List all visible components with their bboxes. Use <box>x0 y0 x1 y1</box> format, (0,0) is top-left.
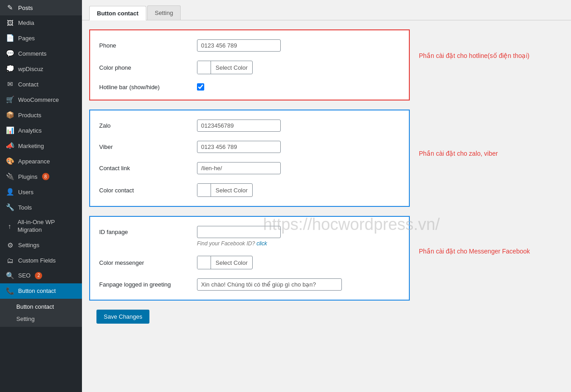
sidebar-item-label: Settings <box>18 242 39 249</box>
comments-icon: 💬 <box>5 49 14 57</box>
contact-link-input[interactable] <box>197 162 281 174</box>
media-icon: 🖼 <box>5 19 14 27</box>
sidebar-item-marketing[interactable]: 📣 Marketing <box>0 138 82 153</box>
sidebar-item-label: Button contact <box>18 287 56 294</box>
hotline-bar-checkbox[interactable] <box>197 83 204 91</box>
hotline-bar-row: Hotline bar (show/hide) <box>99 83 400 91</box>
annotation-messenger: Phần cài đặt cho Messenger Facebook <box>419 248 564 255</box>
sidebar-item-tools[interactable]: 🔧 Tools <box>0 200 82 215</box>
sidebar: ✎ Posts 🖼 Media 📄 Pages 💬 Comments 💭 wpD… <box>0 0 82 392</box>
save-changes-button[interactable]: Save Changes <box>96 310 149 324</box>
sidebar-item-label: Users <box>18 189 34 196</box>
content-area: Phone Color phone Select Color Hotline b… <box>82 20 571 342</box>
annotation-zalo: Phần cài đặt cho zalo, viber <box>419 150 564 157</box>
color-phone-label: Color phone <box>99 64 190 71</box>
sidebar-item-pages[interactable]: 📄 Pages <box>0 30 82 46</box>
sidebar-item-posts[interactable]: ✎ Posts <box>0 0 82 15</box>
id-fanpage-hint-text: Find your Facebook ID? click <box>197 240 267 247</box>
sidebar-item-label: All-in-One WP Migration <box>18 219 77 234</box>
sidebar-item-label: Contact <box>18 81 38 88</box>
sidebar-item-label: Comments <box>18 50 47 57</box>
contact-icon: ✉ <box>5 80 14 88</box>
id-fanpage-group: Find your Facebook ID? click <box>197 226 281 247</box>
zalo-label: Zalo <box>99 122 190 129</box>
annotations-column: Phần cài đặt cho hotline(số điện thoại) … <box>419 29 564 255</box>
sidebar-item-label: SEO <box>18 272 30 279</box>
sidebar-item-label: Pages <box>18 35 35 42</box>
tab-setting[interactable]: Setting <box>147 5 181 20</box>
analytics-icon: 📊 <box>5 126 14 134</box>
custom-fields-icon: 🗂 <box>5 257 14 264</box>
fanpage-greeting-row: Fanpage logged in greeting <box>99 278 400 291</box>
color-phone-row: Color phone Select Color <box>99 61 400 74</box>
sidebar-sub-item-button-contact[interactable]: Button contact <box>0 301 82 313</box>
sidebar-item-label: Posts <box>18 5 33 11</box>
sidebar-item-plugins[interactable]: 🔌 Plugins 8 <box>0 169 82 184</box>
sidebar-item-label: Plugins <box>18 173 38 180</box>
color-phone-btn[interactable]: Select Color <box>197 61 253 74</box>
allinone-icon: ↑ <box>5 222 14 231</box>
contact-link-label: Contact link <box>99 165 190 172</box>
sidebar-item-products[interactable]: 📦 Products <box>0 107 82 123</box>
select-color-text-contact: Select Color <box>211 187 252 194</box>
color-phone-swatch <box>197 61 211 74</box>
seo-badge: 2 <box>35 272 42 279</box>
sidebar-item-label: Analytics <box>18 127 42 134</box>
color-messenger-btn[interactable]: Select Color <box>197 256 253 269</box>
sidebar-item-woocommerce[interactable]: 🛒 WooCommerce <box>0 92 82 107</box>
sidebar-sub-item-setting[interactable]: Setting <box>0 313 82 325</box>
sidebar-item-label: WooCommerce <box>18 96 59 103</box>
hotline-bar-label: Hotline bar (show/hide) <box>99 84 190 91</box>
sidebar-item-wpdiscuz[interactable]: 💭 wpDiscuz <box>0 61 82 76</box>
id-fanpage-hint: Find your Facebook ID? click <box>197 240 281 247</box>
color-contact-btn[interactable]: Select Color <box>197 183 253 197</box>
sidebar-item-label: Products <box>18 112 41 119</box>
viber-row: Viber <box>99 141 400 153</box>
id-fanpage-row: ID fanpage Find your Facebook ID? click <box>99 226 400 247</box>
save-changes-area: Save Changes <box>89 310 410 333</box>
sidebar-item-custom-fields[interactable]: 🗂 Custom Fields <box>0 253 82 268</box>
annotation-phone: Phần cài đặt cho hotline(số điện thoại) <box>419 52 564 59</box>
tools-icon: 🔧 <box>5 203 14 211</box>
phone-row: Phone <box>99 39 400 52</box>
plugins-icon: 🔌 <box>5 172 14 181</box>
zalo-input[interactable] <box>197 120 281 132</box>
sidebar-item-allinone[interactable]: ↑ All-in-One WP Migration <box>0 215 82 238</box>
seo-icon: 🔍 <box>5 272 14 280</box>
appearance-icon: 🎨 <box>5 157 14 165</box>
id-fanpage-label: ID fanpage <box>99 226 190 235</box>
sidebar-item-settings[interactable]: ⚙ Settings <box>0 238 82 253</box>
sidebar-item-comments[interactable]: 💬 Comments <box>0 46 82 61</box>
viber-input[interactable] <box>197 141 281 153</box>
sidebar-item-media[interactable]: 🖼 Media <box>0 15 82 30</box>
products-icon: 📦 <box>5 111 14 119</box>
panels-column: Phone Color phone Select Color Hotline b… <box>89 29 410 333</box>
color-contact-label: Color contact <box>99 187 190 194</box>
plugins-badge: 8 <box>42 173 49 180</box>
sidebar-item-label: Marketing <box>18 143 44 149</box>
phone-section: Phone Color phone Select Color Hotline b… <box>89 29 410 100</box>
sidebar-item-appearance[interactable]: 🎨 Appearance <box>0 153 82 169</box>
sidebar-item-label: Custom Fields <box>18 257 56 264</box>
sidebar-item-users[interactable]: 👤 Users <box>0 184 82 200</box>
sidebar-item-label: Media <box>18 19 34 26</box>
zalo-row: Zalo <box>99 120 400 132</box>
color-contact-swatch <box>197 183 211 197</box>
color-messenger-swatch <box>197 256 211 269</box>
sidebar-item-label: wpDiscuz <box>18 66 43 72</box>
phone-input[interactable] <box>197 39 281 52</box>
tab-button-contact[interactable]: Button contact <box>89 6 146 20</box>
sidebar-item-contact[interactable]: ✉ Contact <box>0 76 82 92</box>
phone-label: Phone <box>99 42 190 49</box>
fanpage-greeting-input[interactable] <box>197 278 342 291</box>
id-fanpage-input[interactable] <box>197 226 281 238</box>
sidebar-item-button-contact[interactable]: 📞 Button contact <box>0 283 82 299</box>
facebook-id-link[interactable]: click <box>256 240 267 247</box>
tabs-bar: Button contact Setting <box>82 0 571 20</box>
fanpage-greeting-label: Fanpage logged in greeting <box>99 281 190 288</box>
posts-icon: ✎ <box>5 4 14 12</box>
sidebar-item-label: Appearance <box>18 158 50 165</box>
contact-link-row: Contact link <box>99 162 400 174</box>
sidebar-item-analytics[interactable]: 📊 Analytics <box>0 123 82 138</box>
sidebar-item-seo[interactable]: 🔍 SEO 2 <box>0 268 82 283</box>
